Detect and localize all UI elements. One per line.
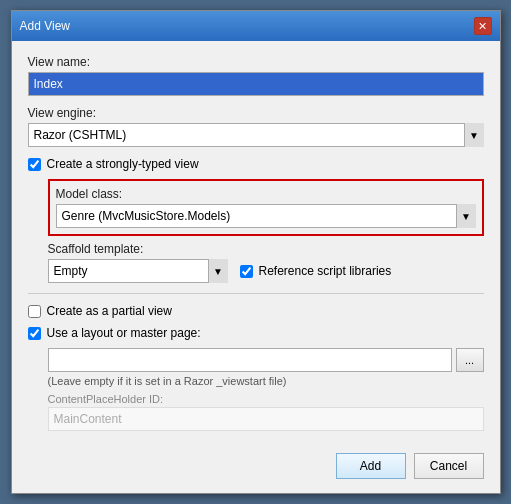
scaffold-select-wrapper: Empty Create Delete Details Edit List ▼ — [48, 259, 228, 283]
model-class-label: Model class: — [56, 187, 476, 201]
add-button[interactable]: Add — [336, 453, 406, 479]
view-engine-group: View engine: Razor (CSHTML) ASPX ▼ — [28, 106, 484, 147]
browse-button[interactable]: ... — [456, 348, 484, 372]
scaffold-row: Empty Create Delete Details Edit List ▼ … — [48, 259, 484, 283]
title-bar: Add View ✕ — [12, 11, 500, 41]
layout-path-input[interactable] — [48, 348, 452, 372]
scaffold-template-label: Scaffold template: — [48, 242, 484, 256]
use-layout-label: Use a layout or master page: — [47, 326, 201, 340]
partial-view-checkbox[interactable] — [28, 305, 41, 318]
dialog-footer: Add Cancel — [12, 443, 500, 493]
hint-text: (Leave empty if it is set in a Razor _vi… — [48, 375, 484, 387]
content-placeholder-input[interactable] — [48, 407, 484, 431]
scaffold-group: Scaffold template: Empty Create Delete D… — [48, 242, 484, 283]
model-class-section: Model class: Genre (MvcMusicStore.Models… — [48, 179, 484, 283]
strongly-typed-label: Create a strongly-typed view — [47, 157, 199, 171]
dialog-title: Add View — [20, 19, 70, 33]
layout-section: Use a layout or master page: ... (Leave … — [28, 326, 484, 431]
cancel-button[interactable]: Cancel — [414, 453, 484, 479]
view-name-label: View name: — [28, 55, 484, 69]
ref-script-checkbox[interactable] — [240, 265, 253, 278]
view-name-input[interactable] — [28, 72, 484, 96]
strongly-typed-row: Create a strongly-typed view — [28, 157, 484, 171]
divider — [28, 293, 484, 294]
view-name-group: View name: — [28, 55, 484, 96]
view-engine-select-wrapper: Razor (CSHTML) ASPX ▼ — [28, 123, 484, 147]
close-button[interactable]: ✕ — [474, 17, 492, 35]
view-engine-select[interactable]: Razor (CSHTML) ASPX — [28, 123, 484, 147]
content-placeholder-label: ContentPlaceHolder ID: — [48, 393, 484, 405]
model-class-select[interactable]: Genre (MvcMusicStore.Models) — [56, 204, 476, 228]
use-layout-row: Use a layout or master page: — [28, 326, 484, 340]
partial-view-row: Create as a partial view — [28, 304, 484, 318]
strongly-typed-checkbox[interactable] — [28, 158, 41, 171]
layout-input-row: ... — [48, 348, 484, 372]
scaffold-template-select[interactable]: Empty Create Delete Details Edit List — [48, 259, 228, 283]
partial-view-label: Create as a partial view — [47, 304, 172, 318]
model-class-box: Model class: Genre (MvcMusicStore.Models… — [48, 179, 484, 236]
ref-script-row: Reference script libraries — [240, 264, 392, 278]
view-engine-label: View engine: — [28, 106, 484, 120]
model-class-select-wrapper: Genre (MvcMusicStore.Models) ▼ — [56, 204, 476, 228]
dialog-body: View name: View engine: Razor (CSHTML) A… — [12, 41, 500, 443]
ref-script-label: Reference script libraries — [259, 264, 392, 278]
add-view-dialog: Add View ✕ View name: View engine: Razor… — [11, 10, 501, 494]
use-layout-checkbox[interactable] — [28, 327, 41, 340]
